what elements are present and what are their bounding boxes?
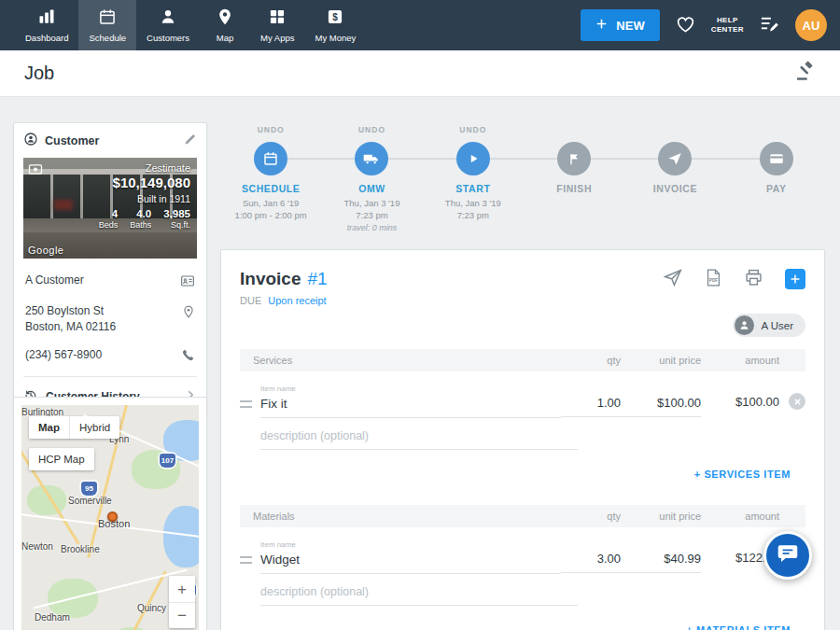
map-highway [103,570,166,630]
edit-pencil-icon[interactable] [183,133,197,150]
nav-item-dashboard[interactable]: Dashboard [15,0,78,50]
apps-grid-icon [268,7,287,30]
invoice-step-icon[interactable] [658,142,692,175]
zestimate-overlay: Zestimate $10,149,080 Built in 1911 4Bed… [99,162,190,230]
user-avatar[interactable]: AU [795,9,827,41]
service-item-name-input[interactable] [260,393,561,418]
nav-item-schedule[interactable]: Schedule [78,0,136,50]
money-icon: $ [326,7,344,30]
app: Dashboard Schedule Customers Map My Apps… [0,0,840,630]
content: Customer Zestimate $10,149,080 Built in … [0,97,840,630]
chat-widget-button[interactable] [763,531,812,580]
material-qty-input[interactable] [561,552,621,573]
send-invoice-icon[interactable] [663,267,683,291]
invoice-number: #1 [307,269,327,289]
add-invoice-item-button[interactable] [785,269,805,289]
material-unit-price-input[interactable] [621,552,701,573]
material-description-input[interactable] [260,581,578,606]
assignee-avatar [735,315,754,335]
nav-label: My Apps [260,33,294,43]
customer-card: Customer Zestimate $10,149,080 Built in … [13,122,207,418]
map-zoom-control: + − [169,576,195,628]
job-location-marker[interactable] [107,511,118,522]
page-bar: Job [0,50,840,97]
help-line2: CENTER [711,25,744,35]
nav-label: Dashboard [25,33,68,43]
customer-address-row[interactable]: 250 Boylston StBoston, MA 02116 [23,299,197,343]
beds-value: 4 [99,208,119,219]
nav-item-my-money[interactable]: $ My Money [304,0,366,50]
nav-label: Map [217,33,233,43]
sqft-value: 3,985 [163,208,190,219]
qty-column-header: qty [561,355,621,366]
remove-item-button[interactable] [789,393,805,410]
print-icon[interactable] [744,268,763,291]
dashboard-icon [37,7,56,30]
nav-item-my-apps[interactable]: My Apps [250,0,304,50]
hcp-map-button[interactable]: HCP Map [29,448,94,470]
customer-phone-row[interactable]: (234) 567-8900 [23,343,197,372]
hcp-map-control: HCP Map [29,448,94,470]
help-center-link[interactable]: HELP CENTER [711,16,744,35]
beds-label: Beds [99,220,119,230]
property-photo[interactable]: Zestimate $10,149,080 Built in 1911 4Bed… [23,158,197,259]
amount-column-header: amount [701,511,779,522]
contact-card-icon[interactable] [176,273,195,292]
material-item-name-input[interactable] [260,549,561,574]
job-tools-icon[interactable] [794,61,816,86]
customer-card-title: Customer [45,134,176,147]
zoom-out-button[interactable]: − [169,602,195,628]
step-label: OMW [321,183,422,194]
map-label-newton: Newton [21,541,53,552]
zoom-in-button[interactable]: + [169,576,195,602]
nav-item-customers[interactable]: Customers [136,0,200,50]
map-pin-icon[interactable] [176,303,195,323]
service-qty-input[interactable] [561,396,621,417]
phone-icon[interactable] [176,347,195,366]
zestimate-label: Zestimate [99,162,190,174]
calendar-icon [98,7,117,30]
service-description-input[interactable] [260,426,578,450]
schedule-step-icon[interactable] [254,142,287,175]
pdf-icon[interactable]: PDF [705,268,722,291]
pay-step-icon[interactable] [760,142,793,175]
finish-step-icon[interactable] [557,142,591,175]
nav-label: Customers [147,33,189,43]
add-services-item-link[interactable]: + SERVICES ITEM [694,469,791,480]
zestimate-value: $10,149,080 [99,175,190,190]
services-header: Services [240,355,561,366]
plus-icon [595,18,608,33]
step-label: SCHEDULE [220,183,321,194]
add-materials-item-link[interactable]: + MATERIALS ITEM [686,624,791,630]
map-canvas[interactable]: Burlington Lynn Somerville Boston Newton… [21,405,199,630]
due-value-link[interactable]: Upon receipt [268,295,326,306]
svg-text:$: $ [333,12,339,22]
person-icon [159,7,177,30]
nav-right: NEW HELP CENTER AU [581,0,840,50]
step-label: START [423,183,524,194]
drag-handle[interactable] [240,540,260,564]
map-type-hybrid-button[interactable]: Hybrid [69,416,119,439]
activity-feed-icon[interactable] [759,13,780,38]
service-unit-price-input[interactable] [621,396,701,417]
customer-icon [23,132,38,150]
route-shield-107: 107 [160,454,175,468]
baths-label: Baths [130,220,151,230]
drag-handle[interactable] [240,385,260,408]
nav-item-map[interactable]: Map [200,0,250,50]
undo-omw-button[interactable]: UNDO [321,125,422,137]
start-step-icon[interactable] [456,142,490,175]
undo-start-button[interactable]: UNDO [423,125,524,137]
customer-phone: (234) 567-8900 [25,347,176,363]
heart-icon[interactable] [675,13,696,38]
new-button[interactable]: NEW [581,9,659,41]
map-type-map-button[interactable]: Map [29,416,69,439]
undo-schedule-button[interactable]: UNDO [220,125,321,137]
built-year: Built in 1911 [99,193,190,204]
invoice-title: Invoice [240,269,301,289]
omw-step-icon[interactable] [355,142,388,175]
step-start: UNDO START Thu, Jan 3 '197:23 pm [423,125,524,233]
assignee-chip[interactable]: A User [733,314,805,337]
customer-name-row[interactable]: A Customer [23,268,197,299]
chat-icon [776,541,800,569]
